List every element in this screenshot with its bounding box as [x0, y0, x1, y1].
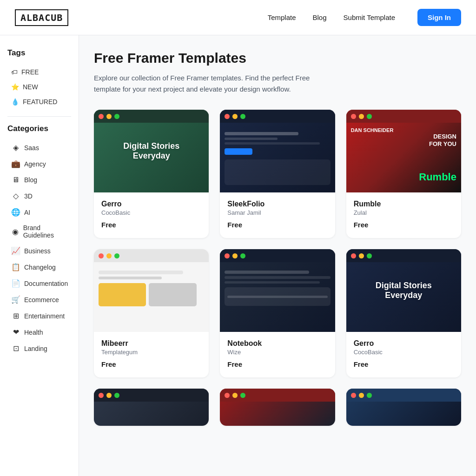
dot-red — [351, 253, 356, 258]
dot-green — [114, 253, 119, 258]
tag-new[interactable]: ⭐ NEW — [7, 80, 71, 94]
sleekfolio-preview — [220, 123, 335, 192]
documentation-icon: 📄 — [11, 279, 20, 288]
blog-link[interactable]: Blog — [313, 13, 327, 21]
cat-landing[interactable]: ⊡ Landing — [7, 341, 71, 356]
dot-yellow — [106, 114, 112, 119]
brand-icon: ◉ — [11, 227, 20, 236]
card-sleekfolio-name: SleekFolio — [227, 200, 327, 208]
cat-brand[interactable]: ◉ Brand Guidelines — [7, 221, 71, 242]
card-gerro2[interactable]: Digital StoriesEveryday Gerro CocoBasic … — [346, 249, 461, 377]
cat-3d[interactable]: ◇ 3D — [7, 188, 71, 204]
cat-changelog-label: Changelog — [24, 264, 56, 271]
card-rumble-author: Zulal — [354, 209, 454, 216]
dot-yellow — [106, 253, 112, 258]
card-gerro1-price: Free — [101, 221, 201, 229]
cat-blog[interactable]: 🖥 Blog — [7, 172, 71, 187]
cat-agency-label: Agency — [24, 160, 46, 168]
tag-free-label: FREE — [21, 68, 39, 76]
dot-red — [225, 114, 230, 119]
browser-bar-6 — [346, 249, 461, 262]
cat-entertainment-label: Entertainment — [24, 312, 65, 320]
dot-red — [225, 253, 230, 258]
card-notebook-thumb — [220, 249, 335, 332]
card-mibeerr-thumb — [94, 249, 209, 332]
browser-bar-2 — [220, 110, 335, 123]
dan-schneider-label: DAN SCHNEIDER — [351, 127, 394, 133]
dot-green — [367, 253, 372, 258]
dot-yellow — [359, 253, 364, 258]
cat-business[interactable]: 📈 Business — [7, 243, 71, 258]
cat-brand-label: Brand Guidelines — [23, 224, 67, 239]
3d-icon: ◇ — [11, 192, 20, 200]
cat-saas[interactable]: ◈ Saas — [7, 140, 71, 155]
cat-documentation-label: Documentation — [24, 280, 68, 287]
dot-red — [351, 393, 356, 398]
navbar: ALBACUB Template Blog Submit Template Si… — [0, 0, 476, 35]
submit-template-link[interactable]: Submit Template — [344, 13, 395, 21]
card-row3a[interactable] — [94, 389, 209, 426]
browser-bar-5 — [220, 249, 335, 262]
cat-health[interactable]: ❤ Health — [7, 324, 71, 340]
tag-featured[interactable]: 💧 FEATURED — [7, 95, 71, 109]
card-mibeerr-name: Mibeerr — [101, 339, 201, 348]
cat-ai[interactable]: 🌐 AI — [7, 205, 71, 220]
cat-documentation[interactable]: 📄 Documentation — [7, 276, 71, 291]
cat-landing-label: Landing — [24, 345, 47, 352]
page-layout: Tags 🏷 FREE ⭐ NEW 💧 FEATURED Categories … — [0, 35, 476, 476]
card-gerro1-thumb: Digital StoriesEveryday — [94, 110, 209, 192]
cat-changelog[interactable]: 📋 Changelog — [7, 259, 71, 275]
mibeerr-preview — [94, 262, 209, 332]
entertainment-icon: ⊞ — [11, 311, 20, 320]
browser-bar-8 — [220, 389, 335, 402]
cat-business-label: Business — [24, 247, 51, 255]
card-row3b[interactable] — [220, 389, 335, 426]
dot-green — [114, 114, 119, 119]
card-sleekfolio-price: Free — [227, 221, 327, 229]
card-gerro1[interactable]: Digital StoriesEveryday Gerro CocoBasic … — [94, 110, 209, 238]
cat-blog-label: Blog — [24, 176, 37, 184]
cat-ecommerce-label: Ecommerce — [24, 296, 59, 304]
card-notebook-body: Notebook Wize Free — [220, 332, 335, 377]
browser-bar-4 — [94, 249, 209, 262]
rumble-label: Rumble — [419, 171, 456, 183]
card-mibeerr[interactable]: Mibeerr Templategum Free — [94, 249, 209, 377]
template-link[interactable]: Template — [268, 13, 296, 21]
categories-title: Categories — [7, 124, 71, 133]
card-sleekfolio[interactable]: SleekFolio Samar Jamil Free — [220, 110, 335, 238]
browser-bar-7 — [94, 389, 209, 402]
tag-featured-icon: 💧 — [11, 98, 19, 106]
signin-button[interactable]: Sign In — [417, 9, 461, 26]
dot-yellow — [359, 114, 364, 119]
sidebar: Tags 🏷 FREE ⭐ NEW 💧 FEATURED Categories … — [0, 35, 79, 476]
template-grid: Digital StoriesEveryday Gerro CocoBasic … — [94, 110, 461, 426]
cat-ecommerce[interactable]: 🛒 Ecommerce — [7, 292, 71, 307]
cat-agency[interactable]: 💼 Agency — [7, 156, 71, 172]
saas-icon: ◈ — [11, 143, 20, 152]
card-gerro2-name: Gerro — [354, 339, 454, 348]
card-gerro2-author: CocoBasic — [354, 349, 454, 356]
card-row3c[interactable] — [346, 389, 461, 426]
browser-bar-3 — [346, 110, 461, 123]
logo: ALBACUB — [15, 9, 68, 26]
tag-free[interactable]: 🏷 FREE — [7, 65, 71, 79]
card-rumble-name: Rumble — [354, 200, 454, 208]
cat-saas-label: Saas — [24, 144, 39, 152]
dot-yellow — [359, 393, 364, 398]
cat-health-label: Health — [24, 329, 43, 336]
dot-red — [99, 114, 104, 119]
blog-icon: 🖥 — [11, 176, 20, 184]
dot-green — [240, 114, 245, 119]
card-gerro2-price: Free — [354, 360, 454, 368]
dot-red — [99, 393, 104, 398]
card-rumble-price: Free — [354, 221, 454, 229]
card-gerro1-name: Gerro — [101, 200, 201, 208]
cat-entertainment[interactable]: ⊞ Entertainment — [7, 308, 71, 324]
tag-featured-label: FEATURED — [23, 98, 57, 106]
card-mibeerr-price: Free — [101, 360, 201, 368]
cat-ai-label: AI — [24, 209, 30, 216]
dot-red — [351, 114, 356, 119]
card-rumble[interactable]: DAN SCHNEIDER DESIGNFOR YOU Rumble Rumbl… — [346, 110, 461, 238]
business-icon: 📈 — [11, 246, 20, 255]
card-notebook[interactable]: Notebook Wize Free — [220, 249, 335, 377]
